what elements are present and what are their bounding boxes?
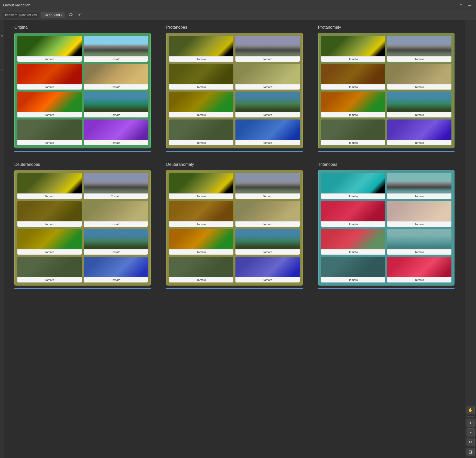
image-card[interactable]: Tomato [84, 201, 148, 227]
image-placeholder-protanopes-6 [169, 119, 233, 140]
image-card[interactable]: Tomato [169, 201, 233, 227]
image-placeholder-deuteranomaly-4 [169, 229, 233, 249]
image-label: Tomato [169, 249, 233, 255]
image-placeholder-tritanopes-1 [387, 173, 451, 193]
image-placeholder-deuteranomaly-6 [169, 257, 233, 277]
image-card[interactable]: Tomato [321, 119, 385, 145]
image-card[interactable]: Tomato [169, 36, 233, 62]
image-placeholder-protanopes-4 [169, 92, 233, 112]
image-card[interactable]: Tomato [235, 173, 300, 199]
image-card[interactable]: Tomato [387, 201, 451, 227]
scroll-indicator [166, 151, 302, 152]
image-card[interactable]: Tomato [17, 64, 82, 90]
image-card[interactable]: Tomato [169, 173, 233, 199]
image-card[interactable]: Tomato [169, 257, 233, 282]
image-placeholder-original-5 [84, 92, 148, 112]
sidebar-tab-r[interactable]: R [0, 46, 4, 49]
section-title-tritanopes: Tritanopes [318, 162, 455, 167]
eye-button[interactable] [67, 12, 74, 18]
title-bar-left: Layout Validation [3, 3, 30, 7]
image-card[interactable]: Tomato [17, 173, 82, 199]
fit-button[interactable] [467, 448, 475, 456]
image-card[interactable]: Tomato [387, 173, 451, 199]
image-card[interactable]: Tomato [169, 92, 233, 117]
card-panel-deuteranopes: TomatoTomatoTomatoTomatoTomatoTomatoToma… [14, 170, 151, 286]
section-title-original: Original [14, 25, 151, 30]
image-placeholder-original-4 [17, 92, 82, 112]
image-card[interactable]: Tomato [235, 229, 300, 255]
image-card[interactable]: Tomato [235, 201, 300, 227]
sidebar-tab-c[interactable]: C [0, 34, 4, 38]
image-card[interactable]: Tomato [321, 257, 385, 282]
image-card[interactable]: Tomato [321, 92, 385, 117]
image-card[interactable]: Tomato [84, 64, 148, 90]
scroll-indicator [166, 288, 302, 289]
settings-button[interactable]: ⚙ [458, 2, 464, 8]
image-card[interactable]: Tomato [17, 257, 82, 282]
copy-icon [78, 12, 83, 17]
image-card[interactable]: Tomato [321, 173, 385, 199]
title-bar: Layout Validation ⚙ — [0, 0, 476, 10]
image-card[interactable]: Tomato [321, 201, 385, 227]
image-card[interactable]: Tomato [17, 201, 82, 227]
image-placeholder-deuteranopes-1 [84, 173, 148, 193]
image-card[interactable]: Tomato [387, 119, 451, 145]
image-label: Tomato [17, 221, 82, 227]
image-card[interactable]: Tomato [17, 36, 82, 62]
image-card[interactable]: Tomato [169, 229, 233, 255]
image-card[interactable]: Tomato [387, 36, 451, 62]
image-card[interactable]: Tomato [84, 36, 148, 62]
image-card[interactable]: Tomato [235, 257, 300, 282]
image-card[interactable]: Tomato [321, 36, 385, 62]
sidebar-tab-u[interactable]: U [0, 68, 4, 72]
sidebar-tab-p[interactable]: P [0, 80, 4, 84]
image-card[interactable]: Tomato [321, 64, 385, 90]
card-panel-original: TomatoTomatoTomatoTomatoTomatoTomatoToma… [14, 33, 151, 148]
image-label: Tomato [387, 193, 451, 199]
image-card[interactable]: Tomato [235, 64, 300, 90]
image-placeholder-deuteranopes-5 [84, 229, 148, 249]
svg-rect-4 [470, 451, 471, 453]
image-card[interactable]: Tomato [169, 64, 233, 90]
image-label: Tomato [169, 140, 233, 145]
image-card[interactable]: Tomato [17, 229, 82, 255]
canvas-area[interactable]: OriginalTomatoTomatoTomatoTomatoTomatoTo… [4, 20, 465, 458]
image-card[interactable]: Tomato [387, 64, 451, 90]
image-card[interactable]: Tomato [235, 36, 300, 62]
zoom-in-button[interactable]: + [467, 419, 475, 427]
hand-tool-button[interactable]: ✋ [467, 406, 475, 414]
image-label: Tomato [169, 221, 233, 227]
image-card[interactable]: Tomato [387, 229, 451, 255]
image-card[interactable]: Tomato [321, 229, 385, 255]
image-label: Tomato [169, 277, 233, 282]
color-blind-dropdown[interactable]: Color Blind ▾ [41, 12, 64, 18]
image-card[interactable]: Tomato [84, 92, 148, 117]
zoom-out-button[interactable]: − [467, 428, 475, 437]
image-placeholder-tritanopes-6 [321, 257, 385, 277]
image-card[interactable]: Tomato [84, 173, 148, 199]
image-label: Tomato [84, 221, 148, 227]
image-card[interactable]: Tomato [84, 229, 148, 255]
image-card[interactable]: Tomato [387, 257, 451, 282]
sidebar-tab-s[interactable]: S [0, 23, 4, 26]
minimize-button[interactable]: — [466, 2, 473, 8]
reset-zoom-button[interactable]: 1:1 [467, 438, 475, 446]
image-card[interactable]: Tomato [387, 92, 451, 117]
image-card[interactable]: Tomato [84, 257, 148, 282]
image-card[interactable]: Tomato [17, 92, 82, 117]
image-label: Tomato [387, 277, 451, 282]
image-placeholder-original-6 [17, 119, 82, 140]
image-card[interactable]: Tomato [235, 119, 300, 145]
scroll-indicator [14, 288, 151, 289]
dropdown-chevron: ▾ [61, 14, 62, 16]
image-card[interactable]: Tomato [84, 119, 148, 145]
image-card[interactable]: Tomato [169, 119, 233, 145]
image-label: Tomato [321, 249, 385, 255]
sidebar-tab-t[interactable]: T [0, 57, 4, 61]
image-card[interactable]: Tomato [17, 119, 82, 145]
image-label: Tomato [387, 249, 451, 255]
copy-layout-button[interactable] [77, 12, 84, 18]
image-label: Tomato [387, 221, 451, 227]
image-label: Tomato [169, 84, 233, 90]
image-card[interactable]: Tomato [235, 92, 300, 117]
